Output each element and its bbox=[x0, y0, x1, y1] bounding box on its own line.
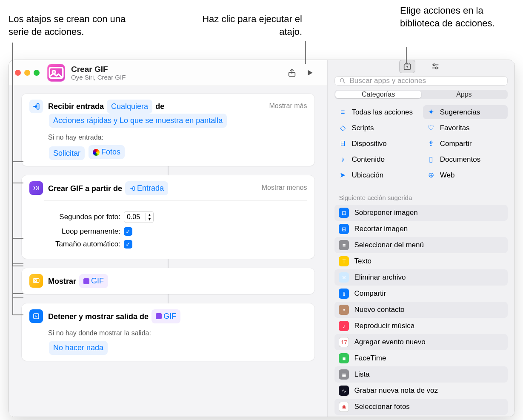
app-window: Crear GIF Oye Siri, Crear GIF Recibir en… bbox=[9, 60, 515, 417]
category-item[interactable]: ♡Favoritas bbox=[423, 121, 508, 135]
shortcut-icon bbox=[47, 64, 65, 82]
gif-icon bbox=[29, 181, 43, 195]
svg-rect-4 bbox=[133, 186, 134, 190]
action-label: Recibir entrada bbox=[48, 102, 104, 111]
callout-middle: Haz clic para ejecutar el atajo. bbox=[191, 13, 302, 38]
svg-point-10 bbox=[435, 67, 437, 69]
zoom-window-button[interactable] bbox=[34, 70, 40, 76]
action-create-gif[interactable]: Crear GIF a partir de Entrada Mostrar me… bbox=[22, 175, 314, 259]
suggestion-item[interactable]: ⊡Sobreponer imagen bbox=[334, 205, 508, 221]
action-show[interactable]: Mostrar GIF bbox=[22, 268, 314, 294]
callout-right: Elige acciones en la biblioteca de accio… bbox=[400, 4, 511, 29]
suggestion-item[interactable]: ♪Reproducir música bbox=[334, 318, 508, 334]
suggestion-item[interactable]: ≣Lista bbox=[334, 366, 508, 383]
suggestion-item[interactable]: ■FaceTime bbox=[334, 350, 508, 366]
library-pane: Buscar apps y acciones Categorías Apps ≡… bbox=[327, 60, 514, 417]
token-ask[interactable]: Solicitar bbox=[49, 146, 85, 160]
suggestion-list: ⊡Sobreponer imagen⊟Recortar imagen≡Selec… bbox=[328, 205, 514, 417]
tab-categories[interactable]: Categorías bbox=[335, 91, 421, 98]
seconds-input[interactable] bbox=[124, 211, 146, 223]
stop-icon bbox=[29, 309, 43, 323]
label-de: de bbox=[155, 102, 164, 111]
show-icon bbox=[29, 274, 43, 288]
suggestion-item[interactable]: 17Agregar evento nuevo bbox=[334, 334, 508, 350]
suggestion-item[interactable]: ∿Grabar nueva nota de voz bbox=[334, 383, 508, 399]
svg-point-11 bbox=[340, 79, 344, 82]
share-button[interactable] bbox=[285, 66, 299, 79]
action-label: Mostrar bbox=[48, 277, 76, 286]
action-label: Detener y mostrar salida de bbox=[48, 312, 149, 321]
autosize-checkbox[interactable]: ✓ bbox=[124, 240, 132, 249]
param-seconds: Segundos por foto: ▲▼ bbox=[44, 211, 307, 223]
param-autosize: Tamaño automático: ✓ bbox=[44, 240, 307, 249]
category-item[interactable]: ✦Sugerencias bbox=[423, 105, 508, 119]
category-item[interactable]: ♪Contenido bbox=[334, 152, 419, 166]
shortcut-subtitle: Oye Siri, Crear GIF bbox=[71, 74, 281, 81]
suggestion-item[interactable]: TTexto bbox=[334, 253, 508, 269]
step-up[interactable]: ▲ bbox=[146, 213, 153, 217]
library-toggle[interactable] bbox=[400, 60, 415, 73]
token-do-nothing[interactable]: No hacer nada bbox=[49, 341, 108, 355]
no-output-label: Si no hay donde mostrar la salida: bbox=[48, 328, 307, 339]
show-less-toggle[interactable]: Mostrar menos bbox=[262, 184, 307, 191]
svg-rect-3 bbox=[37, 103, 39, 109]
suggested-header: Siguiente acción sugerida bbox=[328, 192, 514, 205]
category-item[interactable]: ➤Ubicación bbox=[334, 168, 419, 182]
step-down[interactable]: ▼ bbox=[146, 217, 153, 221]
search-input[interactable]: Buscar apps y acciones bbox=[334, 76, 508, 86]
suggestion-item[interactable]: ⇧Compartir bbox=[334, 286, 508, 302]
input-icon bbox=[29, 100, 43, 113]
search-placeholder: Buscar apps y acciones bbox=[349, 77, 426, 85]
seconds-stepper[interactable]: ▲▼ bbox=[124, 211, 154, 223]
suggestion-item[interactable]: ⊟Recortar imagen bbox=[334, 221, 508, 237]
tab-apps[interactable]: Apps bbox=[421, 91, 507, 98]
token-source[interactable]: Acciones rápidas y Lo que se muestra en … bbox=[49, 114, 227, 128]
token-gif[interactable]: GIF bbox=[79, 274, 108, 288]
category-item[interactable]: ≡Todas las acciones bbox=[334, 105, 419, 119]
svg-rect-6 bbox=[34, 280, 37, 282]
editor-pane: Crear GIF Oye Siri, Crear GIF Recibir en… bbox=[9, 60, 327, 417]
shortcut-title: Crear GIF bbox=[71, 65, 281, 74]
action-editor: Recibir entrada Cualquiera de Acciones r… bbox=[9, 86, 327, 417]
window-controls[interactable] bbox=[15, 70, 40, 76]
token-gif[interactable]: GIF bbox=[151, 309, 180, 323]
settings-toggle[interactable] bbox=[428, 60, 443, 73]
suggestion-item[interactable]: ≡Seleccionar del menú bbox=[334, 237, 508, 253]
category-item[interactable]: ▯Documentos bbox=[423, 152, 508, 166]
token-any[interactable]: Cualquiera bbox=[107, 100, 152, 114]
titlebar: Crear GIF Oye Siri, Crear GIF bbox=[9, 60, 327, 86]
no-input-label: Si no hay entrada: bbox=[48, 132, 264, 143]
token-photos[interactable]: Fotos bbox=[89, 145, 125, 159]
token-input[interactable]: Entrada bbox=[125, 181, 168, 195]
suggestion-item[interactable]: ✕Eliminar archivo bbox=[334, 269, 508, 286]
category-item[interactable]: ⊕Web bbox=[423, 168, 508, 182]
callout-left: Los atajos se crean con una serie de acc… bbox=[9, 13, 136, 38]
svg-point-9 bbox=[433, 64, 435, 66]
suggestion-item[interactable]: •Nuevo contacto bbox=[334, 302, 508, 318]
minimize-window-button[interactable] bbox=[24, 70, 30, 76]
run-button[interactable] bbox=[303, 66, 317, 79]
category-item[interactable]: 🖥Dispositivo bbox=[334, 137, 419, 151]
close-window-button[interactable] bbox=[15, 70, 21, 76]
library-tabs[interactable]: Categorías Apps bbox=[334, 90, 508, 99]
action-stop-output[interactable]: Detener y mostrar salida de GIF Si no ha… bbox=[22, 303, 314, 361]
action-receive-input[interactable]: Recibir entrada Cualquiera de Acciones r… bbox=[22, 94, 314, 166]
param-loop: Loop permanente: ✓ bbox=[44, 227, 307, 236]
category-grid: ≡Todas las acciones✦Sugerencias◇Scripts♡… bbox=[328, 105, 514, 188]
suggestion-item[interactable]: ❀Seleccionar fotos bbox=[334, 399, 508, 415]
action-label: Crear GIF a partir de bbox=[48, 185, 122, 193]
show-more-toggle[interactable]: Mostrar más bbox=[269, 102, 307, 110]
category-item[interactable]: ⇪Compartir bbox=[423, 137, 508, 151]
loop-checkbox[interactable]: ✓ bbox=[124, 227, 132, 236]
category-item[interactable]: ◇Scripts bbox=[334, 121, 419, 135]
